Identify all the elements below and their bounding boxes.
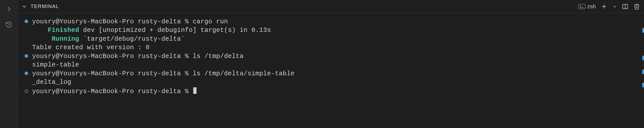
terminal-profile-icon [578, 4, 585, 9]
collapse-chevron-icon[interactable] [22, 4, 27, 9]
prompt-success-icon [25, 20, 28, 23]
terminal-text: yousry@Yousrys-MacBook-Pro rusty-delta %… [32, 70, 294, 78]
chevron-right-icon[interactable] [5, 5, 13, 13]
terminal-text: `target/debug/rusty-delta` [79, 35, 185, 43]
trash-icon[interactable] [633, 3, 640, 10]
terminal-line: Running `target/debug/rusty-delta` [25, 35, 637, 43]
overview-mark [642, 56, 644, 60]
terminal-line: Table created with version : 0 [25, 43, 637, 52]
terminal-line: yousry@Yousrys-MacBook-Pro rusty-delta %… [25, 70, 637, 78]
split-terminal-icon[interactable] [622, 3, 628, 10]
overview-mark [642, 70, 644, 74]
terminal-output[interactable]: yousry@Yousrys-MacBook-Pro rusty-delta %… [18, 13, 644, 128]
terminal-line: yousry@Yousrys-MacBook-Pro rusty-delta %… [25, 18, 637, 26]
overview-mark [642, 28, 644, 33]
overview-ruler [642, 13, 644, 128]
terminal-text: yousry@Yousrys-MacBook-Pro rusty-delta %… [32, 52, 244, 61]
terminal-line: Finished dev [unoptimized + debuginfo] t… [25, 26, 637, 35]
terminal-text: dev [unoptimized + debuginfo] target(s) … [79, 26, 271, 35]
terminal-text: yousry@Yousrys-MacBook-Pro rusty-delta %… [32, 18, 228, 26]
panel-header: TERMINAL zsh [18, 0, 644, 13]
prompt-success-icon [25, 54, 28, 58]
shell-name: zsh [587, 3, 596, 10]
terminal-text: Running [52, 35, 79, 43]
terminal-text: _delta_log [32, 78, 71, 87]
activity-gutter [0, 0, 18, 128]
history-icon[interactable] [5, 21, 13, 29]
terminal-panel: TERMINAL zsh [18, 0, 644, 128]
terminal-line: _delta_log [25, 78, 637, 87]
prompt-pending-icon [25, 89, 28, 93]
cursor-icon [193, 87, 197, 94]
new-terminal-icon[interactable] [601, 3, 607, 10]
terminal-line: yousry@Yousrys-MacBook-Pro rusty-delta % [25, 87, 637, 96]
terminal-text: simple-table [32, 61, 79, 69]
terminal-line: simple-table [25, 61, 637, 69]
terminal-line: yousry@Yousrys-MacBook-Pro rusty-delta %… [25, 52, 637, 61]
overview-mark [642, 83, 644, 87]
terminal-text: Table created with version : 0 [32, 43, 150, 52]
shell-selector[interactable]: zsh [578, 3, 596, 10]
prompt-success-icon [25, 72, 28, 75]
chevron-down-icon[interactable] [612, 3, 617, 10]
terminal-text: yousry@Yousrys-MacBook-Pro rusty-delta % [32, 87, 193, 96]
panel-title[interactable]: TERMINAL [31, 4, 59, 9]
terminal-text: Finished [48, 26, 79, 35]
